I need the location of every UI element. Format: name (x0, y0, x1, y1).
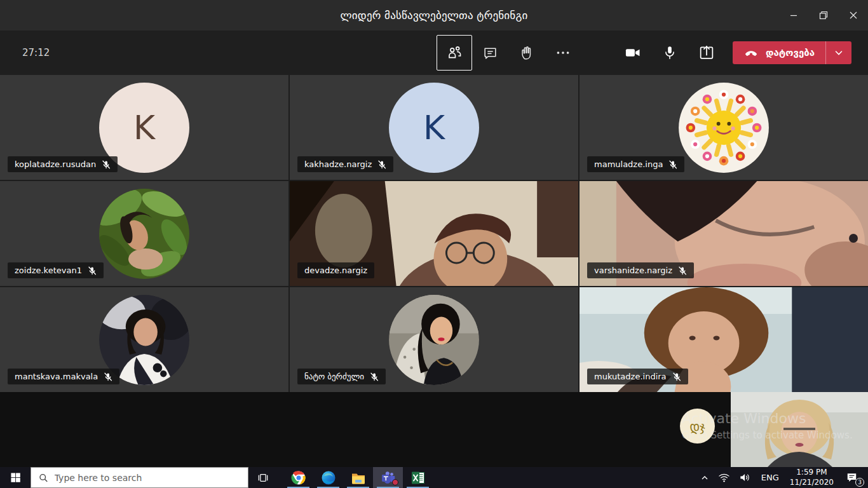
close-button[interactable] (838, 0, 868, 30)
page-title: ლიდერ მასწავლებელთა ტრენინგი (0, 9, 868, 22)
participant-tile[interactable]: mantskava.makvala (0, 287, 288, 392)
clock-time: 1:59 PM (790, 468, 834, 478)
leave-label: დატოვება (766, 47, 815, 58)
mic-button[interactable] (651, 30, 688, 75)
mic-muted-icon (102, 160, 111, 169)
clock-date: 11/21/2020 (790, 478, 834, 488)
mic-muted-icon (668, 160, 677, 169)
language-indicator[interactable]: ENG (756, 473, 785, 482)
initials-avatar: K (389, 83, 479, 173)
wifi-icon (718, 472, 730, 483)
leave-options-button[interactable] (826, 41, 851, 64)
raise-hand-icon (519, 44, 535, 61)
search-input[interactable] (55, 473, 240, 483)
participant-tile[interactable]: zoidze.ketevan1 (0, 181, 288, 286)
participant-name: ნატო ბერძული (304, 372, 364, 381)
participant-name: mantskava.makvala (15, 372, 98, 381)
task-view-icon (257, 471, 269, 484)
participant-name: koplatadze.rusudan (15, 159, 96, 169)
taskbar-apps (283, 467, 433, 488)
close-icon (847, 9, 860, 22)
participant-name: zoidze.ketevan1 (15, 266, 82, 275)
camera-button[interactable] (614, 30, 651, 75)
taskbar-app-excel[interactable] (403, 467, 433, 488)
restore-icon (817, 9, 830, 22)
mic-muted-icon (104, 372, 112, 381)
participant-tile[interactable]: varshanidze.nargiz (580, 181, 868, 286)
taskbar-app-chrome[interactable] (283, 467, 313, 488)
taskbar-clock[interactable]: 1:59 PM 11/21/2020 (785, 468, 839, 487)
chevron-up-icon (700, 473, 709, 482)
participant-grid: K koplatadze.rusudan K kakhadze.nargiz (0, 75, 868, 392)
speaker-icon (739, 472, 751, 483)
participant-tile[interactable]: K koplatadze.rusudan (0, 75, 288, 180)
participant-tile[interactable]: K kakhadze.nargiz (290, 75, 578, 180)
participant-name: mamuladze.inga (594, 159, 663, 169)
file-explorer-icon (351, 470, 366, 485)
self-view-video[interactable] (731, 392, 868, 467)
leave-button[interactable]: დატოვება (733, 41, 825, 64)
title-bar: ლიდერ მასწავლებელთა ტრენინგი (0, 0, 868, 30)
minimize-icon (787, 9, 800, 22)
avatar-initial: K (423, 109, 445, 147)
taskbar-app-file-explorer[interactable] (343, 467, 373, 488)
share-screen-button[interactable] (688, 30, 725, 75)
raise-hand-button[interactable] (508, 30, 545, 75)
chat-button[interactable] (472, 30, 508, 75)
more-options-icon (555, 44, 571, 61)
leave-button-group: დატოვება (733, 41, 851, 64)
system-tray: ENG 1:59 PM 11/21/2020 3 (696, 467, 868, 488)
overflow-participant-avatar[interactable]: დჯ (680, 409, 715, 444)
hang-up-icon (743, 45, 759, 60)
hidden-icons-button[interactable] (696, 467, 714, 488)
more-options-button[interactable] (545, 30, 581, 75)
share-screen-icon (698, 44, 715, 62)
windows-logo-icon (10, 472, 21, 483)
notification-count-badge: 3 (855, 478, 864, 487)
chevron-down-icon (834, 48, 844, 58)
photo-avatar (388, 294, 480, 386)
participant-name: devadze.nargiz (304, 266, 367, 275)
restore-button[interactable] (808, 0, 838, 30)
toolbar-right-controls: დატოვება (614, 30, 851, 75)
participants-icon (446, 44, 463, 61)
photo-avatar (677, 81, 770, 174)
start-button[interactable] (0, 467, 31, 488)
mic-muted-icon (678, 266, 687, 275)
meeting-toolbar: 27:12 (0, 30, 868, 75)
volume-button[interactable] (735, 467, 756, 488)
minimize-button[interactable] (778, 0, 808, 30)
camera-icon (624, 44, 642, 62)
participant-name-label: mamuladze.inga (587, 156, 684, 172)
action-center-button[interactable]: 3 (839, 467, 864, 488)
participant-tile[interactable]: ნატო ბერძული (290, 287, 578, 392)
taskbar-search (31, 467, 248, 488)
avatar-initials: დჯ (689, 419, 705, 433)
language-code: ENG (761, 473, 779, 482)
participant-name-label: zoidze.ketevan1 (8, 262, 104, 278)
participant-tile[interactable]: mamuladze.inga (580, 75, 868, 180)
windows-taskbar: ENG 1:59 PM 11/21/2020 3 (0, 467, 868, 488)
participant-name-label: mukutadze.indira (587, 369, 688, 384)
network-button[interactable] (714, 467, 735, 488)
participant-tile[interactable]: mukutadze.indira (580, 287, 868, 392)
call-timer: 27:12 (22, 30, 50, 75)
chrome-icon (291, 470, 306, 485)
participant-tile[interactable]: devadze.nargiz (290, 181, 578, 286)
teams-notification-dot (392, 479, 398, 485)
taskbar-app-teams[interactable] (373, 467, 403, 488)
participant-name-label: mantskava.makvala (8, 369, 119, 384)
chat-icon (482, 45, 498, 61)
mic-muted-icon (672, 372, 681, 381)
taskbar-app-edge[interactable] (313, 467, 343, 488)
participants-button[interactable] (437, 35, 472, 71)
task-view-button[interactable] (248, 467, 278, 488)
avatar-initial: K (133, 109, 155, 147)
photo-avatar (98, 187, 191, 280)
participant-name-label: koplatadze.rusudan (8, 156, 118, 172)
edge-icon (321, 470, 336, 485)
participant-name-label: varshanidze.nargiz (587, 262, 694, 278)
mic-muted-icon (377, 160, 386, 169)
teams-meeting-window: ლიდერ მასწავლებელთა ტრენინგი 27:12 (0, 0, 868, 488)
window-controls (778, 0, 868, 30)
